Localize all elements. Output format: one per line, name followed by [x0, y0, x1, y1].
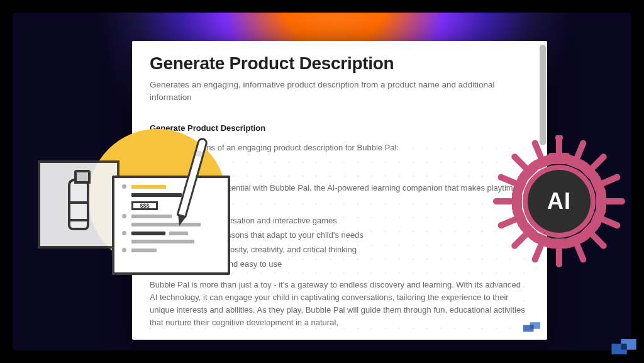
- scrollbar-thumb[interactable]: [540, 45, 546, 145]
- svg-point-7: [556, 135, 562, 142]
- ai-core-label: AI: [528, 170, 591, 233]
- svg-point-31: [556, 261, 562, 267]
- price-tag: $$$: [131, 201, 158, 210]
- svg-rect-57: [621, 343, 626, 349]
- page-title: Generate Product Description: [150, 53, 530, 74]
- card-watermark-icon: [523, 322, 542, 335]
- ai-chip-badge: AI: [493, 135, 625, 267]
- svg-point-43: [493, 198, 499, 204]
- page-watermark-icon: [611, 339, 638, 357]
- page-subtitle: Generates an engaging, informative produ…: [150, 79, 530, 104]
- svg-rect-2: [530, 325, 534, 329]
- form-panel-illustration: $$$: [112, 176, 230, 275]
- product-illustration: $$$: [38, 129, 233, 318]
- bottle-icon: [68, 179, 89, 230]
- svg-point-19: [619, 198, 625, 204]
- product-image-frame: [38, 160, 119, 249]
